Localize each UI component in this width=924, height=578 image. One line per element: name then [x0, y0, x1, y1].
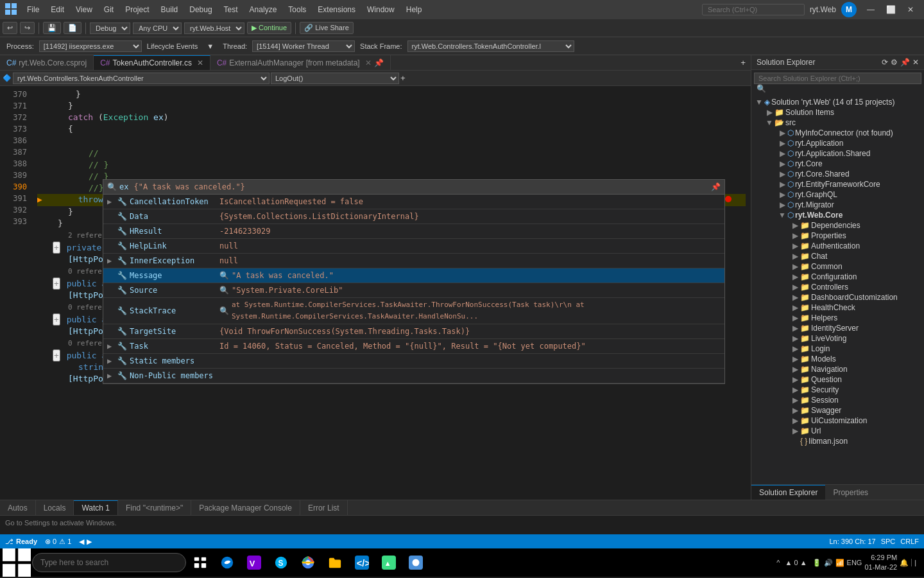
show-desktop-button[interactable]: |	[911, 559, 916, 566]
thread-select[interactable]: [15144] Worker Thread	[252, 40, 355, 52]
menu-git[interactable]: Git	[99, 4, 119, 15]
code-content-area[interactable]: } } catch (Exception ex) { 🔍 ex {"A task…	[32, 86, 751, 500]
process-select[interactable]: [11492] iisexpress.exe	[39, 40, 142, 52]
live-share-button[interactable]: 🔗 Live Share	[300, 22, 354, 34]
startup-project-select[interactable]: ryt.Web.Host	[184, 22, 244, 34]
expand-447[interactable]: +	[53, 313, 60, 326]
new-tab-button[interactable]: +	[735, 55, 751, 70]
tab-csproj[interactable]: C# ryt.Web.Core.csproj	[0, 55, 94, 70]
solution-items-item[interactable]: ▶ 📁 Solution Items	[751, 107, 924, 118]
tab-locals[interactable]: Locals	[36, 500, 74, 515]
folder-login[interactable]: ▶ 📁 Login	[751, 344, 924, 354]
minimize-button[interactable]: —	[862, 5, 880, 14]
project-webcore[interactable]: ▼ ⬡ ryt.Web.Core	[751, 210, 924, 220]
up-arrow-icon[interactable]: ^	[776, 559, 780, 566]
notification-bell[interactable]: 🔔	[900, 559, 909, 567]
debug-row-source[interactable]: 🔧 Source 🔍 "System.Private.CoreLib"	[103, 283, 724, 298]
folder-chat[interactable]: ▶ 📁 Chat	[751, 251, 924, 261]
skype-icon[interactable]: S	[268, 548, 294, 577]
debug-mode-select[interactable]: Debug	[90, 22, 130, 34]
nav-back-icon[interactable]: ◀	[79, 538, 84, 546]
another-icon[interactable]	[403, 548, 429, 577]
debug-row-helplink[interactable]: 🔧 HelpLink null	[103, 239, 724, 254]
project-efcore[interactable]: ▶ ⬡ ryt.EntityFrameworkCore	[751, 179, 924, 189]
folder-navigation[interactable]: ▶ 📁 Navigation	[751, 364, 924, 374]
platform-select[interactable]: Any CPU	[133, 22, 182, 34]
debug-row-cancellationtoken[interactable]: ▶ 🔧 CancellationToken IsCancellationRequ…	[103, 195, 724, 209]
menu-extensions[interactable]: Extensions	[312, 4, 361, 15]
debug-row-task[interactable]: ▶ 🔧 Task Id = 14060, Status = Canceled, …	[103, 339, 724, 354]
android-icon[interactable]: ▲	[376, 548, 402, 577]
tab-error-list[interactable]: Error List	[300, 500, 348, 515]
add-editor-button[interactable]: +	[400, 73, 406, 83]
method-selector[interactable]: LogOut()	[271, 73, 399, 84]
src-folder[interactable]: ▼ 📂 src	[751, 118, 924, 128]
stack-frame-select[interactable]: ryt.Web.Controllers.TokenAuthController.…	[407, 40, 574, 52]
debug-row-message[interactable]: 🔧 Message 🔍 "A task was canceled."	[103, 268, 724, 283]
project-application-shared[interactable]: ▶ ⬡ ryt.Application.Shared	[751, 148, 924, 159]
menu-analyze[interactable]: Analyze	[244, 4, 282, 15]
menu-help[interactable]: Help	[401, 4, 427, 15]
close-panel-icon[interactable]: ✕	[912, 58, 919, 67]
folder-properties[interactable]: ▶ 📁 Properties	[751, 231, 924, 241]
project-core[interactable]: ▶ ⬡ ryt.Core	[751, 159, 924, 169]
nav-forward-icon[interactable]: ▶	[87, 538, 92, 546]
debug-row-data[interactable]: 🔧 Data {System.Collections.ListDictionar…	[103, 209, 724, 224]
debug-row-innerexception[interactable]: ▶ 🔧 InnerException null	[103, 254, 724, 268]
menu-file[interactable]: File	[22, 4, 44, 15]
debug-popup-pin-icon[interactable]: 📌	[711, 181, 721, 193]
tab-tokenauth-close[interactable]: ✕	[197, 58, 203, 67]
tab-tokenauth[interactable]: C# TokenAuthController.cs ✕	[94, 55, 210, 70]
menu-tools[interactable]: Tools	[283, 4, 311, 15]
properties-tab[interactable]: Properties	[825, 488, 876, 497]
folder-configuration[interactable]: ▶ 📁 Configuration	[751, 272, 924, 282]
folder-authentication[interactable]: ▶ 📁 Authentication	[751, 241, 924, 251]
volume-icon[interactable]: 🔊	[824, 559, 833, 567]
task-view-button[interactable]	[187, 548, 213, 577]
file-explorer-icon[interactable]	[322, 548, 348, 577]
menu-debug[interactable]: Debug	[184, 4, 217, 15]
global-search-input[interactable]	[702, 4, 805, 15]
project-graphql[interactable]: ▶ ⬡ ryt.GraphQL	[751, 189, 924, 200]
tab-externalauth[interactable]: C# ExternalAuthManager [from metadata] ✕…	[210, 55, 391, 70]
tab-externalauth-close[interactable]: ✕	[365, 58, 372, 67]
debug-row-stacktrace[interactable]: 🔧 StackTrace 🔍 at System.Runtime.Compile…	[103, 298, 724, 324]
lifecycle-dropdown-icon[interactable]: ▼	[203, 41, 218, 51]
settings-icon[interactable]: ⚙	[891, 58, 898, 67]
redo-button[interactable]: ↪	[20, 22, 35, 34]
debug-row-targetsite[interactable]: 🔧 TargetSite {Void ThrowForNonSuccess(Sy…	[103, 324, 724, 339]
sync-icon[interactable]: ⟳	[882, 58, 888, 67]
expand-461[interactable]: +	[53, 349, 60, 362]
tab-autos[interactable]: Autos	[0, 500, 36, 515]
menu-window[interactable]: Window	[362, 4, 400, 15]
debug-row-hresult[interactable]: 🔧 HResult -2146233029	[103, 224, 724, 239]
start-button[interactable]	[3, 548, 31, 577]
expand-394[interactable]: +	[53, 241, 60, 254]
folder-common[interactable]: ▶ 📁 Common	[751, 261, 924, 272]
project-migrator[interactable]: ▶ ⬡ ryt.Migrator	[751, 200, 924, 210]
chrome-icon[interactable]	[295, 548, 321, 577]
taskbar-search-input[interactable]	[32, 553, 186, 572]
edge-browser-icon[interactable]	[214, 548, 240, 577]
folder-url[interactable]: ▶ 📁 Url	[751, 426, 924, 436]
tab-watch1[interactable]: Watch 1	[74, 500, 118, 515]
network-icon[interactable]: 📶	[835, 559, 844, 567]
debug-row-nonpublic[interactable]: ▶ 🔧 Non-Public members	[103, 369, 724, 383]
menu-project[interactable]: Project	[120, 4, 154, 15]
tab-package-manager[interactable]: Package Manager Console	[191, 500, 300, 515]
folder-healthcheck[interactable]: ▶ 📁 HealthCheck	[751, 302, 924, 313]
debug-row-staticmembers[interactable]: ▶ 🔧 Static members	[103, 354, 724, 369]
folder-helpers[interactable]: ▶ 📁 Helpers	[751, 313, 924, 323]
folder-controllers[interactable]: ▶ 📁 Controllers	[751, 282, 924, 292]
folder-identityserver[interactable]: ▶ 📁 IdentityServer	[751, 323, 924, 333]
vscode-icon[interactable]: </>	[349, 548, 375, 577]
file-libman[interactable]: { } libman.json	[751, 436, 924, 446]
folder-livevoting[interactable]: ▶ 📁 LiveVoting	[751, 333, 924, 344]
menu-build[interactable]: Build	[156, 4, 184, 15]
tab-find-runtime[interactable]: Find "<runtime>"	[118, 500, 191, 515]
folder-question[interactable]: ▶ 📁 Question	[751, 374, 924, 385]
system-clock[interactable]: 6:29 PM 01-Mar-22	[864, 553, 897, 573]
namespace-selector[interactable]: ryt.Web.Controllers.TokenAuthController	[13, 73, 270, 84]
folder-dashboard[interactable]: ▶ 📁 DashboardCustomization	[751, 292, 924, 302]
folder-models[interactable]: ▶ 📁 Models	[751, 354, 924, 364]
